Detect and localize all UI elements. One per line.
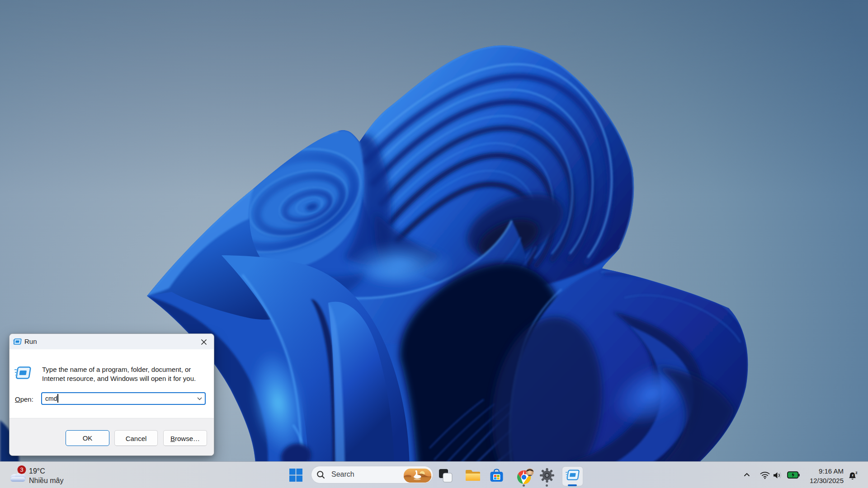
- svg-text:3: 3: [20, 466, 23, 473]
- svg-text:z: z: [855, 471, 858, 475]
- svg-text:z: z: [852, 473, 854, 477]
